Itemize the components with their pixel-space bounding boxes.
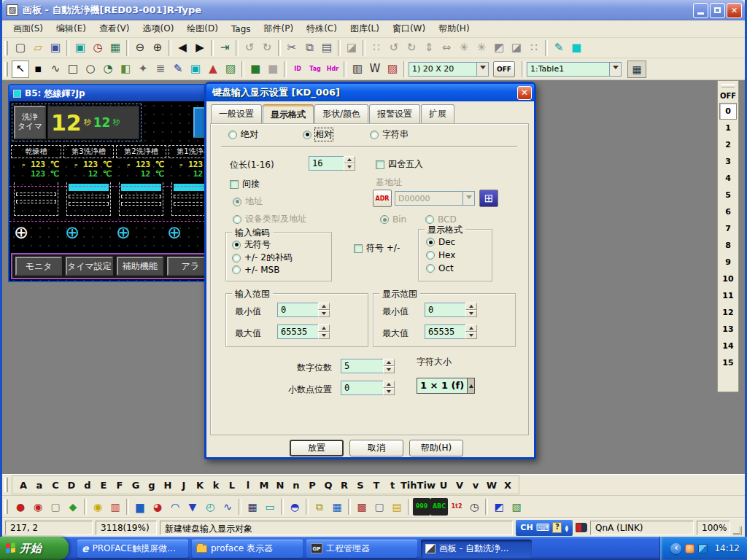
tab-shape-color[interactable]: 形状/颜色 xyxy=(314,104,368,123)
tag-letter-button[interactable]: v xyxy=(468,480,484,491)
pie-graph-icon[interactable]: ◕ xyxy=(149,498,166,516)
state-button[interactable]: 3 xyxy=(719,153,737,170)
function-switch-icon[interactable]: ▢ xyxy=(47,498,64,516)
state-button[interactable]: 0 xyxy=(719,103,737,120)
new-screen-icon[interactable]: ▢ xyxy=(12,39,29,57)
tag-letter-button[interactable]: S xyxy=(352,480,368,491)
menu-item[interactable]: 帮助(H) xyxy=(432,20,476,37)
state-off-label[interactable]: OFF xyxy=(719,90,737,103)
redo-icon[interactable]: ↻ xyxy=(258,39,276,57)
toolbar-grip[interactable] xyxy=(4,499,8,514)
scale-tool-icon[interactable]: ≣ xyxy=(152,61,169,78)
flip-horizontal-icon[interactable]: ⇔ xyxy=(438,39,455,57)
width-display-icon[interactable]: W xyxy=(366,61,384,78)
display-max-value[interactable]: 65535 xyxy=(425,324,465,339)
fill-tool-icon[interactable]: ◧ xyxy=(117,61,134,78)
menu-item[interactable]: 特殊(C) xyxy=(300,20,344,37)
bit-length-value[interactable]: 16 xyxy=(309,156,344,171)
tag-letter-button[interactable]: R xyxy=(336,480,352,491)
menu-item[interactable]: 选项(O) xyxy=(136,20,181,37)
input-min-value[interactable]: 0 xyxy=(277,303,318,317)
tag-letter-button[interactable]: g xyxy=(144,480,160,491)
radio-relative[interactable]: 相对 xyxy=(303,128,333,141)
radio-bcd[interactable]: BCD xyxy=(425,214,457,225)
pump-icon[interactable]: ⊕ xyxy=(116,224,167,241)
tag-letter-button[interactable]: P xyxy=(304,480,320,491)
state-button[interactable]: 10 xyxy=(719,271,737,287)
digits-spinner[interactable]: 5 xyxy=(341,359,395,373)
menu-item[interactable]: 绘图(D) xyxy=(180,20,225,37)
keypad-display-icon[interactable]: ▭ xyxy=(261,498,279,516)
file-display-icon[interactable]: ⧉ xyxy=(311,498,328,516)
header-display-icon[interactable]: Hdr xyxy=(324,61,341,78)
language-bar-options-icon[interactable]: ▲▼ xyxy=(565,524,568,532)
pump-icon[interactable]: ⊕ xyxy=(14,224,65,241)
state-button[interactable]: 5 xyxy=(719,187,737,203)
radio-dec[interactable]: Dec xyxy=(426,237,455,247)
tag-letter-button[interactable]: U xyxy=(436,480,452,491)
load-mark-icon[interactable]: ▲ xyxy=(204,61,222,78)
hmi-nav-button[interactable]: 補助機能 xyxy=(117,257,163,276)
trend-graph-icon[interactable]: ∿ xyxy=(219,498,236,516)
toolbar-grip[interactable] xyxy=(4,62,8,77)
tag-letter-button[interactable]: t xyxy=(384,480,400,491)
picture-part-icon[interactable]: ▧ xyxy=(508,498,525,516)
menu-item[interactable]: 查看(V) xyxy=(93,20,136,37)
selected-timer-display[interactable]: 洗浄 タイマ 12 秒 12 秒 xyxy=(12,104,142,141)
char-size-combo[interactable]: 1 × 1 (f) xyxy=(417,378,475,394)
decimal-spinner[interactable]: 0 xyxy=(341,381,395,395)
tag-letter-button[interactable]: d xyxy=(80,480,96,491)
tag-letter-button[interactable]: X xyxy=(500,480,516,491)
help-button[interactable]: 帮助(H) xyxy=(409,440,463,456)
previous-screen-icon[interactable]: ◀ xyxy=(174,39,191,57)
tag-letter-button[interactable]: a xyxy=(31,480,47,491)
word-switch-icon[interactable]: ◉ xyxy=(29,498,47,516)
input-max-spinner[interactable]: 65535 xyxy=(277,324,330,339)
tray-chevron-icon[interactable]: ‹ xyxy=(670,543,681,554)
menu-item[interactable]: 部件(P) xyxy=(258,20,301,37)
checkbox-round[interactable]: 四舍五入 xyxy=(376,158,423,171)
radio-device-type[interactable]: 设备类型及地址 xyxy=(233,213,306,225)
radio-hex[interactable]: Hex xyxy=(426,250,455,260)
tag-letter-button[interactable]: M xyxy=(256,480,272,491)
input-max-value[interactable]: 65535 xyxy=(277,324,318,339)
tag-letter-button[interactable]: A xyxy=(15,480,31,491)
alarm-editor-icon[interactable]: ◷ xyxy=(89,39,107,57)
dialog-close-button[interactable]: ✕ xyxy=(517,86,532,100)
cut-icon[interactable]: ✂ xyxy=(283,39,301,57)
address-picker-button[interactable]: ADR xyxy=(373,190,392,207)
numeric-display-icon[interactable]: 999 xyxy=(413,498,430,516)
chevron-down-icon[interactable] xyxy=(609,63,621,76)
meter-graph-icon[interactable]: ◴ xyxy=(201,498,219,516)
pump-icon[interactable]: ⊕ xyxy=(65,224,116,241)
keyboard-icon[interactable]: ⌨ xyxy=(536,522,550,533)
table-editor-button[interactable]: ▦ xyxy=(627,61,646,78)
hmi-canvas[interactable]: 洗浄 タイマ 12 秒 12 秒 稼 乾燥槽 - 123 ℃ 12 xyxy=(9,101,220,281)
menu-item[interactable]: Tags xyxy=(225,22,258,36)
tray-network-icon[interactable] xyxy=(698,544,708,553)
polygon-tool-icon[interactable]: ✦ xyxy=(134,61,152,78)
save-icon[interactable]: ▣ xyxy=(47,39,64,57)
menu-item[interactable]: 编辑(E) xyxy=(50,20,93,37)
select-tool-icon[interactable]: ↖ xyxy=(12,61,29,78)
dialog-titlebar[interactable]: 键盘输入显示设置 [KD_006] ✕ xyxy=(206,84,534,101)
color-swatch-icon[interactable]: ■ xyxy=(568,39,585,57)
tag-letter-button[interactable]: n xyxy=(288,480,304,491)
taskbar-task-folder[interactable]: proface 表示器 xyxy=(192,540,303,558)
checkbox-indirect[interactable]: 间接 xyxy=(230,178,260,190)
tag-letter-button[interactable]: W xyxy=(484,480,500,491)
tag-display-icon[interactable]: Tag xyxy=(306,61,324,78)
chevron-down-icon[interactable] xyxy=(476,63,488,76)
bit-length-spinner[interactable]: 16 xyxy=(309,156,355,171)
tag-letter-button[interactable]: K xyxy=(192,480,208,491)
language-help-icon[interactable]: ? xyxy=(552,522,562,533)
state-button[interactable]: 1 xyxy=(719,120,737,136)
minimize-button[interactable] xyxy=(693,3,708,18)
state-button[interactable]: 11 xyxy=(719,287,737,304)
undo-icon[interactable]: ↺ xyxy=(241,39,258,57)
tank-panel[interactable]: 第3洗浄槽 - 123 ℃ 12 ℃ xyxy=(63,145,114,216)
half-pie-graph-icon[interactable]: ◠ xyxy=(166,498,184,516)
tag-letter-button[interactable]: D xyxy=(63,480,80,491)
rotate-ccw-icon[interactable]: ↺ xyxy=(385,39,403,57)
radio-msb[interactable]: +/- MSB xyxy=(232,265,279,275)
